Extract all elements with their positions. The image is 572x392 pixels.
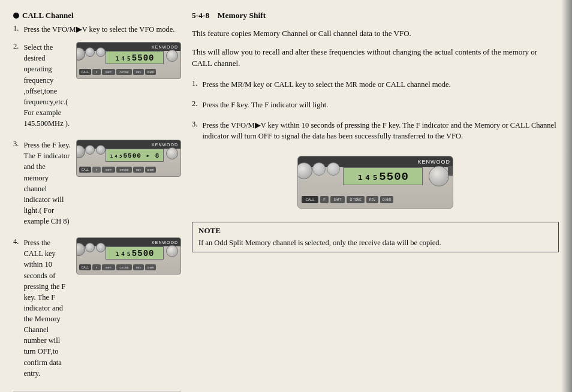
step-4-row: 4. Press the CALL key within 10 seconds …: [13, 237, 181, 379]
radio-knob-mid-1: [85, 47, 95, 57]
radio-buttons-1: CALL F SHFT O TONE REV O M/R: [79, 68, 178, 76]
radio-knob-mid2-3: [96, 243, 106, 252]
radio-knob-left-3: [76, 243, 85, 256]
radio-device-large: KENWOOD ₁₄₅5500 CALL: [297, 156, 453, 209]
right-step-2-row: 2. Press the F key. The F indicator will…: [192, 99, 559, 110]
manual-page: CALL Channel 1. Press the VFO/M▶V key to…: [0, 0, 572, 392]
step-2-row: 2. Select the desired operating frequenc…: [13, 42, 181, 129]
step-1-row: 1. Press the VFO/M▶V key to select the V…: [13, 24, 181, 35]
call-channel-title: CALL Channel: [13, 11, 181, 20]
brand-label-large: KENWOOD: [417, 159, 450, 165]
tone-btn-large: O TONE: [347, 196, 365, 203]
right-step-1-row: 1. Press the MR/M key or CALL key to sel…: [192, 79, 559, 90]
intro-2: This will allow you to recall and alter …: [192, 46, 559, 70]
f-btn-1: F: [92, 69, 101, 75]
f-btn-large: F: [320, 196, 329, 203]
radio-image-container: KENWOOD ₁₄₅5500 CALL: [192, 156, 559, 209]
tone-btn-1: O TONE: [116, 69, 132, 75]
tone-btn-3: O TONE: [116, 264, 132, 270]
step-2-text: Select the desired operating frequency ,…: [23, 42, 71, 129]
step-4-text: Press the CALL key within 10 seconds of …: [23, 237, 71, 379]
note-box: NOTE If an Odd Split Memory channel is s…: [192, 222, 559, 252]
radio-device-2: KENWOOD ₁₄₅5500 ▸ 8 CALL F SHFT: [76, 140, 181, 177]
mr-btn-3: O M/R: [145, 264, 156, 270]
radio-buttons-2: CALL F SHFT O TONE REV O M/R: [79, 165, 178, 174]
step-3-text: Press the F key. The F indicator and the…: [23, 140, 71, 227]
radio-knob-mid2-1: [96, 47, 106, 57]
shift-btn-3: SHFT: [102, 264, 115, 270]
radio-freq-2: ₁₄₅5500 ▸ 8: [110, 152, 160, 159]
call-btn-3: CALL: [79, 264, 91, 270]
call-channel-label: CALL Channel: [22, 11, 74, 20]
memory-shift-num: 5-4-8: [192, 11, 209, 20]
call-channel-section: CALL Channel 1. Press the VFO/M▶V key to…: [13, 11, 181, 384]
tone-btn-2: O TONE: [116, 167, 132, 173]
radio-buttons-3: CALL F SHFT O TONE REV O M/R: [79, 263, 178, 272]
radio-display-large: ₁₄₅5500: [343, 167, 423, 185]
radio-display-3: ₁₄₅5500: [106, 246, 164, 260]
radio-port-large: [448, 166, 453, 176]
step-3-number: 3.: [13, 140, 19, 149]
radio-knob-mid2-2: [96, 145, 106, 155]
shift-btn-1: SHFT: [102, 69, 115, 75]
right-column: 5-4-8 Memory Shift This feature copies M…: [192, 11, 559, 392]
memory-shift-header: 5-4-8 Memory Shift: [192, 11, 559, 20]
radio-device-3: KENWOOD ₁₄₅5500 CALL F SHFT: [76, 237, 181, 275]
radio-knob-right-2: [166, 147, 178, 159]
right-step-3-row: 3. Press the VFO/M▶V key within 10 secon…: [192, 120, 559, 141]
note-title: NOTE: [198, 226, 552, 236]
note-text: If an Odd Split Memory channel is select…: [198, 237, 552, 248]
step-1-number: 1.: [13, 24, 19, 33]
mr-btn-large: O M/R: [380, 196, 393, 203]
intro-1: This feature copies Memory Channel or Ca…: [192, 28, 559, 40]
right-step-1-num: 1.: [192, 79, 197, 88]
radio-knob-left-1: [76, 47, 85, 61]
radio-knob-right-1: [166, 50, 178, 62]
radio-knob-right-3: [166, 245, 178, 257]
step-1-text: Press the VFO/M▶V key to select the VFO …: [23, 24, 181, 35]
radio-knob-mid-3: [85, 243, 95, 252]
right-step-2-text: Press the F key. The F indicator will li…: [202, 99, 559, 110]
call-btn-2: CALL: [79, 167, 91, 173]
step-2-number: 2.: [13, 42, 19, 51]
right-step-2-num: 2.: [192, 99, 197, 108]
shift-btn-large: SHFT: [330, 196, 345, 203]
radio-knob-large-1: [297, 162, 312, 179]
radio-knob-mid-2: [85, 145, 95, 155]
radio-display-1: ₁₄₅5500: [106, 51, 164, 64]
radio-display-2: ₁₄₅5500 ▸ 8: [106, 149, 164, 162]
brand-label-1: KENWOOD: [152, 45, 178, 49]
bullet-icon: [13, 13, 19, 19]
left-column: CALL Channel 1. Press the VFO/M▶V key to…: [13, 11, 181, 392]
radio-freq-3: ₁₄₅5500: [115, 248, 155, 258]
f-btn-2: F: [92, 167, 101, 173]
mr-btn-2: O M/R: [145, 167, 156, 173]
mr-btn-1: O M/R: [145, 69, 156, 75]
step-3-row: 3. Press the F key. The F indicator and …: [13, 140, 181, 227]
right-step-3-text: Press the VFO/M▶V key within 10 seconds …: [202, 120, 559, 141]
call-btn-1: CALL: [79, 69, 91, 75]
rev-btn-3: REV: [133, 264, 144, 270]
brand-label-2: KENWOOD: [152, 143, 178, 147]
memory-shift-title: Memory Shift: [218, 11, 266, 20]
radio-knob-large-2: [312, 162, 326, 176]
divider-1: [13, 391, 181, 391]
radio-freq-large: ₁₄₅5500: [357, 169, 409, 183]
radio-freq-1: ₁₄₅5500: [115, 53, 155, 63]
rev-btn-large: REV: [366, 196, 378, 203]
right-step-1-text: Press the MR/M key or CALL key to select…: [202, 79, 559, 90]
right-step-3-num: 3.: [192, 120, 197, 129]
radio-device-1: KENWOOD ₁₄₅5500 CALL F SHFT: [76, 42, 181, 79]
f-btn-3: F: [92, 264, 101, 270]
rev-btn-1: REV: [133, 69, 144, 75]
radio-knob-large-3: [327, 162, 340, 176]
step-4-number: 4.: [13, 237, 19, 246]
radio-knob-left-2: [76, 145, 85, 158]
shift-btn-2: SHFT: [102, 167, 115, 173]
brand-label-3: KENWOOD: [152, 240, 178, 245]
radio-buttons-large: CALL F SHFT O TONE REV O M/R: [302, 195, 423, 204]
rev-btn-2: REV: [133, 167, 144, 173]
call-btn-large: CALL: [302, 196, 318, 203]
radio-knob-large-right: [429, 166, 449, 186]
